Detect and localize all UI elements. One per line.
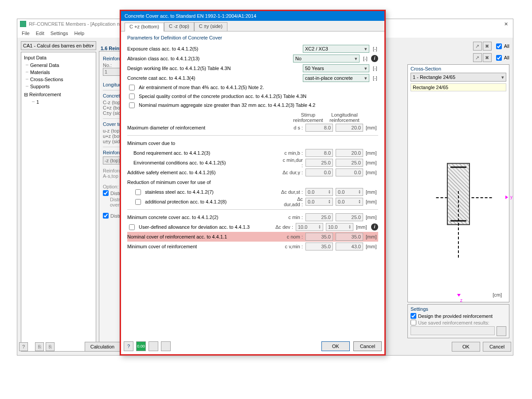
dlg-copy1-icon[interactable] — [149, 341, 158, 351]
nav-tree[interactable]: Input Data General Data Materials Cross-… — [21, 52, 96, 352]
ds-long: 20.0 — [336, 124, 363, 132]
cdev-l[interactable]: 10.0▲▼ — [326, 223, 353, 231]
cross-section-sketch: y z [cm] — [411, 95, 506, 300]
stainless-s[interactable]: 0.0▲▼ — [305, 188, 333, 196]
dlg-units-icon[interactable]: 0.00 — [136, 341, 146, 351]
open-icon[interactable] — [497, 326, 506, 336]
distr3-chk[interactable] — [103, 213, 109, 219]
menu-file[interactable]: File — [22, 31, 30, 36]
ds-stirrup: 8.0 — [305, 124, 333, 132]
cdev-chk[interactable] — [129, 224, 135, 230]
delete-icon[interactable]: ✖ — [483, 42, 492, 51]
cross-section-hdr: Cross-Section — [408, 65, 509, 73]
addprot-s[interactable]: 0.0▲▼ — [305, 198, 333, 206]
cdev-s[interactable]: 10.0▲▼ — [296, 223, 323, 231]
delete2-icon[interactable]: ✖ — [483, 53, 492, 62]
tab-cy-side[interactable]: C ±y (side) — [194, 22, 227, 31]
dlg-cancel-button[interactable]: Cancel — [353, 341, 382, 351]
close-icon[interactable]: ✕ — [501, 21, 510, 27]
concrete-cover-dialog: Concrete Cover acc. to Standard EN 1992-… — [120, 10, 386, 356]
tab-cz-top[interactable]: C -z (top) — [164, 22, 194, 31]
main-cancel-button[interactable]: Cancel — [483, 342, 511, 352]
saved-drop — [411, 326, 495, 335]
saved-chk[interactable] — [411, 320, 416, 325]
qc-chk[interactable] — [129, 94, 135, 99]
menu-settings[interactable]: Settings — [51, 31, 68, 36]
dlg-ok-button[interactable]: OK — [321, 341, 350, 351]
pick-icon[interactable]: ↗ — [473, 42, 482, 51]
all2-chk[interactable] — [496, 55, 502, 61]
tree-root: Input Data — [24, 54, 93, 61]
export1-icon[interactable]: ⎘ — [35, 342, 44, 351]
section-hdr: Parameters for Definition of Concrete Co… — [127, 35, 378, 40]
all1-chk[interactable] — [496, 43, 502, 49]
pick2-icon[interactable]: ↗ — [473, 53, 482, 62]
design-chk[interactable] — [411, 313, 416, 319]
app-icon — [20, 21, 26, 27]
exposure-select[interactable]: XC2 / XC3▾ — [303, 45, 369, 53]
cnom-row: Nominal cover of reinforcement acc. to 4… — [127, 232, 378, 242]
dialog-title: Concrete Cover acc. to Standard EN 1992-… — [121, 11, 384, 21]
agg-chk[interactable] — [129, 102, 135, 108]
help-icon[interactable]: ? — [19, 342, 28, 351]
dialog-tabs: C +z (bottom) C -z (top) C ±y (side) — [121, 21, 384, 31]
tree-cross[interactable]: Cross-Sections — [30, 76, 93, 83]
addprot-chk[interactable] — [135, 199, 141, 205]
distr1-chk[interactable] — [103, 190, 109, 196]
menu-help[interactable]: Help — [74, 31, 84, 36]
main-ok-button[interactable]: OK — [452, 342, 480, 352]
life-select[interactable]: 50 Years▾ — [303, 64, 369, 72]
dlg-help-icon[interactable]: ? — [124, 341, 133, 351]
export2-icon[interactable]: ⎘ — [46, 342, 55, 351]
cast-select[interactable]: cast-in-place concrete▾ — [303, 74, 369, 82]
svg-rect-0 — [20, 21, 26, 27]
air-chk[interactable] — [129, 85, 135, 90]
tree-general[interactable]: General Data — [30, 62, 93, 69]
info2-icon[interactable]: i — [371, 223, 378, 231]
cross-section-drop[interactable]: 1 - Rectangle 24/65▾ — [411, 73, 506, 82]
case-dropdown[interactable]: CA1 - Calcul des barres en bétc ▾ — [21, 41, 96, 50]
calculation-button[interactable]: Calculation — [85, 342, 120, 352]
dlg-copy2-icon[interactable] — [161, 341, 171, 351]
chevron-down-icon: ▾ — [91, 43, 94, 49]
tree-reinf[interactable]: Reinforcement — [29, 92, 61, 97]
tree-reinf-1[interactable]: 1 — [36, 98, 93, 106]
stainless-chk[interactable] — [135, 189, 141, 195]
abrasion-select[interactable]: No▾ — [293, 55, 360, 63]
info-icon[interactable]: i — [371, 55, 378, 62]
stainless-l[interactable]: 0.0▲▼ — [336, 188, 363, 196]
menu-edit[interactable]: Edit — [36, 31, 44, 36]
tree-supports[interactable]: Supports — [30, 83, 93, 90]
tab-cz-bottom[interactable]: C +z (bottom) — [125, 23, 164, 31]
tree-materials[interactable]: Materials — [30, 69, 93, 76]
cross-section-label: Rectangle 24/65 — [411, 83, 506, 91]
addprot-l[interactable]: 0.0▲▼ — [336, 198, 363, 206]
